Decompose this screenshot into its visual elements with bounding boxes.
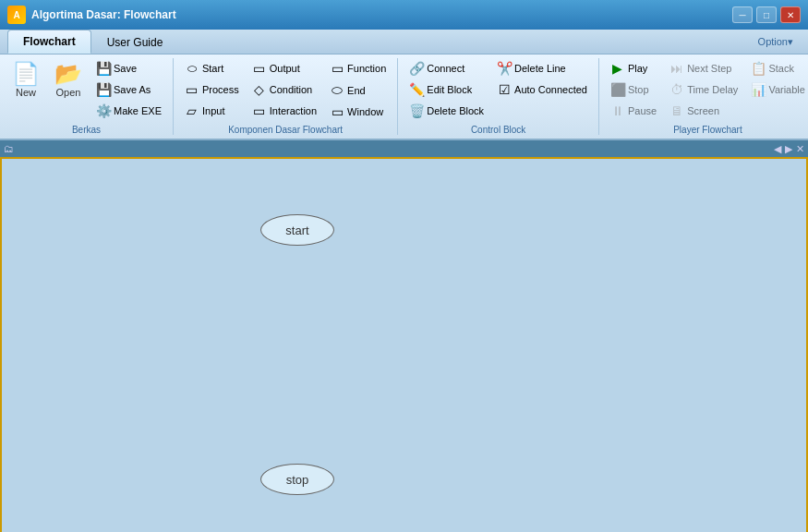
komponen-label: Komponen Dasar Flowchart	[228, 125, 343, 135]
control-label: Control Block	[471, 125, 525, 135]
delete-block-button[interactable]: 🗑️ Delete Block	[404, 101, 489, 121]
save-as-icon: 💾	[96, 82, 111, 97]
next-step-icon: ⏭	[669, 61, 684, 76]
output-button[interactable]: ▭ Output	[247, 58, 322, 79]
connect-icon: 🔗	[409, 61, 424, 76]
start-button[interactable]: ⬭ Start	[179, 58, 245, 79]
ribbon: 📄 New 📂 Open 💾 Save 💾 Save As ⚙️	[0, 54, 808, 140]
time-delay-button[interactable]: ⏱ Time Delay	[664, 79, 743, 100]
tab-flowchart[interactable]: Flowchart	[7, 30, 91, 54]
start-shape-icon: ⬭	[185, 62, 199, 75]
end-button[interactable]: ⬭ End	[324, 79, 392, 101]
function-icon: ▭	[330, 61, 344, 76]
nav-prev-button[interactable]: ◀	[774, 143, 781, 155]
nav-next-button[interactable]: ▶	[785, 143, 792, 155]
ribbon-group-komponen: ⬭ Start ▭ Process ▱ Input ▭ Output	[174, 58, 398, 135]
screen-button[interactable]: 🖥 Screen	[664, 101, 743, 121]
interaction-button[interactable]: ▭ Interaction	[247, 101, 322, 121]
save-icon: 💾	[96, 61, 111, 76]
make-exe-button[interactable]: ⚙️ Make EXE	[90, 101, 167, 121]
open-button[interactable]: 📂 Open	[48, 58, 89, 103]
minimize-button[interactable]: ─	[732, 6, 753, 23]
app-icon: A	[7, 6, 26, 24]
stack-icon: 📋	[751, 61, 766, 76]
save-as-button[interactable]: 💾 Save As	[90, 79, 167, 100]
flowchart-canvas[interactable]: start stop	[0, 157, 808, 532]
delete-block-icon: 🗑️	[409, 103, 424, 118]
open-icon: 📂	[54, 63, 82, 85]
variable-icon: 📊	[751, 82, 766, 97]
option-menu[interactable]: Option▾	[751, 32, 801, 52]
player-label: Player Flowchart	[673, 125, 742, 135]
new-button[interactable]: 📄 New	[6, 58, 46, 103]
condition-button[interactable]: ◇ Condition	[247, 79, 322, 100]
new-icon: 📄	[12, 63, 40, 85]
time-delay-icon: ⏱	[669, 82, 684, 97]
stop-shape[interactable]: stop	[260, 464, 334, 495]
main-content: start stop	[0, 157, 808, 532]
ribbon-tabs: Flowchart User Guide Option▾	[0, 30, 808, 54]
window-title: Algortima Dasar: Flowchart	[31, 8, 176, 21]
interaction-icon: ▭	[252, 103, 267, 118]
process-button[interactable]: ▭ Process	[179, 79, 245, 100]
start-shape[interactable]: start	[260, 214, 334, 246]
next-step-button[interactable]: ⏭ Next Step	[664, 58, 743, 79]
maximize-button[interactable]: □	[756, 6, 777, 23]
canvas-nav: 🗂 ◀ ▶ ✕	[0, 140, 808, 157]
process-icon: ▭	[185, 82, 199, 97]
ribbon-group-berkas: 📄 New 📂 Open 💾 Save 💾 Save As ⚙️	[0, 58, 174, 135]
window-controls: ─ □ ✕	[732, 6, 801, 23]
nav-close-button[interactable]: ✕	[796, 143, 804, 155]
auto-connected-button[interactable]: ☑ Auto Connected	[491, 79, 593, 100]
tab-user-guide[interactable]: User Guide	[91, 30, 179, 54]
play-icon: ▶	[610, 61, 625, 76]
edit-icon: ✏️	[409, 82, 424, 97]
close-button[interactable]: ✕	[780, 6, 801, 23]
input-button[interactable]: ▱ Input	[179, 101, 245, 121]
end-icon: ⬭	[330, 82, 344, 98]
auto-connected-icon: ☑	[497, 82, 512, 97]
variable-button[interactable]: 📊 Variable	[745, 79, 808, 100]
stack-button[interactable]: 📋 Stack	[745, 58, 808, 79]
window-button[interactable]: ▭ Window	[324, 102, 392, 122]
canvas-nav-icon: 🗂	[4, 143, 14, 154]
save-button[interactable]: 💾 Save	[90, 58, 167, 79]
exe-icon: ⚙️	[96, 103, 111, 118]
delete-line-icon: ✂️	[497, 61, 512, 76]
berkas-label: Berkas	[72, 125, 101, 135]
condition-icon: ◇	[252, 82, 267, 97]
stop-icon: ⬛	[610, 82, 625, 97]
title-bar: A Algortima Dasar: Flowchart ─ □ ✕	[0, 0, 808, 30]
connect-button[interactable]: 🔗 Connect	[404, 58, 489, 79]
pause-icon: ⏸	[610, 103, 625, 118]
edit-block-button[interactable]: ✏️ Edit Block	[404, 79, 489, 100]
window-icon: ▭	[330, 104, 344, 119]
stop-button[interactable]: ⬛ Stop	[605, 79, 662, 100]
ribbon-group-player: ▶ Play ⬛ Stop ⏸ Pause ⏭ Next Step	[599, 58, 808, 135]
function-button[interactable]: ▭ Function	[324, 58, 392, 79]
input-icon: ▱	[185, 103, 199, 118]
delete-line-button[interactable]: ✂️ Delete Line	[491, 58, 593, 79]
play-button[interactable]: ▶ Play	[605, 58, 662, 79]
output-icon: ▭	[252, 61, 267, 76]
screen-icon: 🖥	[669, 103, 684, 118]
pause-button[interactable]: ⏸ Pause	[605, 101, 662, 121]
ribbon-group-control: 🔗 Connect ✏️ Edit Block 🗑️ Delete Block …	[398, 58, 599, 135]
